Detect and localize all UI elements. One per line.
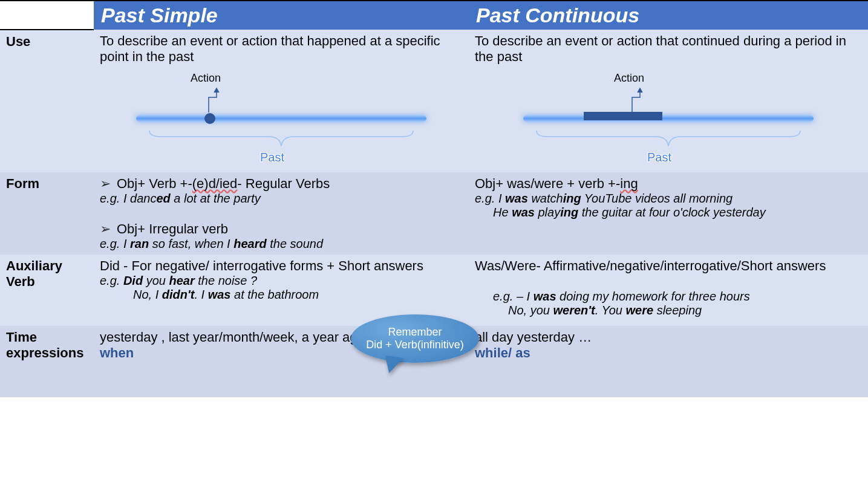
eg-bold: weren't (553, 304, 595, 317)
timeline-bar (136, 115, 426, 122)
keyword: while/ as (475, 345, 862, 361)
eg-text: e.g. I danc (100, 192, 156, 205)
bubble-tail-icon (383, 356, 403, 375)
brace-icon (148, 129, 414, 148)
text: Did - For negative/ interrogative forms … (100, 258, 463, 274)
form-past-continuous: Obj+ was/were + verb +-ing e.g. I was wa… (469, 172, 868, 255)
eg-text: He (493, 206, 512, 219)
label-use: Use (0, 30, 94, 68)
eg-bold: was (505, 192, 528, 205)
bubble-line1: Remember (351, 326, 479, 339)
row-form: Form Obj+ Verb +-(e)d/ied- Regular Verbs… (0, 172, 868, 255)
label-diagram-empty (0, 68, 94, 172)
eg-text: No, you (508, 304, 553, 317)
eg-bold: didn't (162, 288, 195, 301)
action-label: Action (191, 72, 221, 85)
eg-text: you (143, 274, 169, 287)
eg-bold: were (626, 304, 654, 317)
eg-text: so fast, when I (149, 237, 233, 250)
eg-bold: ing (560, 206, 578, 219)
text: - Regular Verbs (237, 176, 330, 191)
eg-bold: heard (233, 237, 266, 250)
time-past-continuous: all day yesterday … while/ as (469, 326, 868, 397)
text-underlined: ing (620, 176, 638, 191)
bullet-icon (100, 176, 117, 191)
diagram-past-continuous: Action Past (469, 68, 868, 172)
eg-text: the noise ? (195, 274, 257, 287)
eg-text: sleeping (653, 304, 702, 317)
remember-callout: Remember Did + Verb(infinitive) (351, 314, 479, 363)
eg-text: e.g. I (475, 192, 505, 205)
eg-text: a lot at the party (171, 192, 261, 205)
brace-icon (535, 129, 801, 148)
header-past-simple: Past Simple (94, 1, 469, 30)
eg-text: doing my homework for three hours (556, 290, 750, 303)
eg-text: e.g. – I (493, 290, 534, 303)
eg-text: watch (528, 192, 563, 205)
eg-text: . I (194, 288, 207, 301)
eg-text: No, I (133, 288, 162, 301)
arrow-up-icon (629, 85, 647, 114)
eg-bold: was (512, 206, 535, 219)
eg-bold: hear (169, 274, 195, 287)
text: Was/Were- Affirmative/negative/interroga… (475, 258, 862, 274)
eg-bold: was (534, 290, 556, 303)
eg-text: YouTube videos all morning (581, 192, 733, 205)
form-past-simple: Obj+ Verb +-(e)d/ied- Regular Verbs e.g.… (94, 172, 469, 255)
diagram-past-simple: Action Past (94, 68, 469, 172)
text: Obj+ Verb +- (117, 176, 192, 191)
label-auxiliary: Auxiliary Verb (0, 255, 94, 326)
text: Obj+ was/were + verb +- (475, 176, 620, 191)
timeline-bar (523, 115, 814, 122)
text: Obj+ Irregular verb (117, 221, 228, 236)
timeline-point-icon (204, 113, 215, 124)
past-label: Past (647, 151, 671, 164)
eg-bold: ed (156, 192, 170, 205)
arrow-up-icon (206, 85, 224, 114)
row-use: Use To describe an event or action that … (0, 30, 868, 68)
use-past-simple: To describe an event or action that happ… (94, 30, 469, 68)
aux-past-continuous: Was/Were- Affirmative/negative/interroga… (469, 255, 868, 326)
past-label: Past (260, 151, 284, 164)
label-form: Form (0, 172, 94, 255)
label-time: Time expressions (0, 326, 94, 397)
eg-text: e.g. (100, 274, 123, 287)
corner-cell (0, 1, 94, 30)
eg-bold: ing (563, 192, 581, 205)
eg-text: play (535, 206, 560, 219)
eg-text: the sound (267, 237, 323, 250)
eg-bold: was (208, 288, 231, 301)
header-past-continuous: Past Continuous (469, 1, 868, 30)
eg-text: the guitar at four o'clock yesterday (578, 206, 766, 219)
action-label: Action (614, 72, 644, 85)
text: all day yesterday … (475, 330, 862, 345)
eg-text: at the bathroom (230, 288, 319, 301)
header-row: Past Simple Past Continuous (0, 1, 868, 30)
timeline-duration-icon (584, 112, 662, 120)
eg-text: e.g. I (100, 237, 130, 250)
row-diagram: Action Past Action (0, 68, 868, 172)
use-past-continuous: To describe an event or action that cont… (469, 30, 868, 68)
eg-bold: Did (123, 274, 143, 287)
eg-text: . You (595, 304, 626, 317)
text-underlined: (e)d/ied (192, 176, 238, 191)
bullet-icon (100, 221, 117, 236)
eg-bold: ran (130, 237, 149, 250)
bubble-line2: Did + Verb(infinitive) (351, 339, 479, 351)
